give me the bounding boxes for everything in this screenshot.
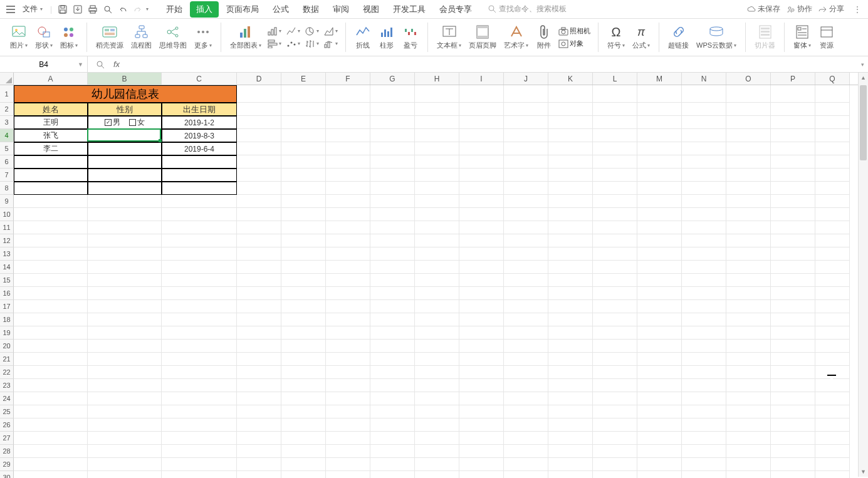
cell-F27[interactable]	[326, 432, 370, 445]
cell-E24[interactable]	[281, 392, 326, 405]
cell-H2[interactable]	[415, 103, 459, 116]
cell-I10[interactable]	[459, 208, 504, 221]
cell-G10[interactable]	[370, 208, 415, 221]
cell-G21[interactable]	[370, 353, 415, 366]
cell-O10[interactable]	[726, 208, 771, 221]
cell-N29[interactable]	[682, 458, 726, 471]
cell-P16[interactable]	[771, 287, 815, 300]
cell-L25[interactable]	[593, 405, 637, 418]
more-menu-icon[interactable]: ⋮	[850, 3, 864, 16]
cell-E11[interactable]	[281, 221, 326, 234]
col-header-A[interactable]: A	[14, 73, 88, 85]
cell-N6[interactable]	[682, 155, 726, 169]
col-header-K[interactable]: K	[548, 73, 593, 85]
row-header-9[interactable]: 9	[0, 195, 14, 208]
cell-N15[interactable]	[682, 274, 726, 287]
row-header-23[interactable]: 23	[0, 379, 14, 392]
cell-P13[interactable]	[771, 247, 815, 261]
save-icon[interactable]	[56, 3, 70, 16]
cell-Q6[interactable]	[815, 155, 850, 169]
cell-K29[interactable]	[548, 458, 593, 471]
cell-M30[interactable]	[637, 471, 682, 478]
cell-O18[interactable]	[726, 313, 771, 326]
cell-K15[interactable]	[548, 274, 593, 287]
cell-K16[interactable]	[548, 287, 593, 300]
redo-icon[interactable]	[131, 3, 145, 16]
cell-E14[interactable]	[281, 261, 326, 274]
tab-data[interactable]: 数据	[296, 1, 325, 18]
cell-B12[interactable]	[88, 234, 162, 247]
header-footer[interactable]: 页眉页脚	[465, 23, 500, 51]
cell-K26[interactable]	[548, 418, 593, 432]
cell-D12[interactable]	[237, 234, 281, 247]
cell-E21[interactable]	[281, 353, 326, 366]
cell-P7[interactable]	[771, 169, 815, 182]
cell-D11[interactable]	[237, 221, 281, 234]
cell-G24[interactable]	[370, 392, 415, 405]
cell-A11[interactable]	[14, 221, 88, 234]
cell-B30[interactable]	[88, 471, 162, 478]
object[interactable]: 对象	[556, 38, 593, 49]
name-box-dropdown[interactable]: ▼	[78, 61, 83, 68]
cell-O8[interactable]	[726, 182, 771, 195]
wps-cloud-data[interactable]: WPS云数据▾	[693, 23, 740, 51]
cell-E9[interactable]	[281, 195, 326, 208]
cell-E25[interactable]	[281, 405, 326, 418]
cell-K8[interactable]	[548, 182, 593, 195]
insert-icon[interactable]: 图标▾	[56, 23, 81, 51]
chart-line[interactable]: ▾	[284, 26, 303, 37]
cell-L26[interactable]	[593, 418, 637, 432]
row-header-26[interactable]: 26	[0, 418, 14, 432]
cell-F3[interactable]	[326, 116, 370, 129]
tab-review[interactable]: 审阅	[327, 1, 355, 18]
cell-D25[interactable]	[237, 405, 281, 418]
cell-C30[interactable]	[162, 471, 237, 478]
cell-Q2[interactable]	[815, 103, 850, 116]
row-header-25[interactable]: 25	[0, 405, 14, 418]
cell-J7[interactable]	[504, 169, 548, 182]
cell-J20[interactable]	[504, 340, 548, 353]
cell-M12[interactable]	[637, 234, 682, 247]
table-title[interactable]: 幼儿园信息表	[14, 85, 237, 103]
cell-G22[interactable]	[370, 366, 415, 379]
cell-B5[interactable]	[88, 142, 162, 155]
cell-J11[interactable]	[504, 221, 548, 234]
cell-O14[interactable]	[726, 261, 771, 274]
cell-C13[interactable]	[162, 247, 237, 261]
vertical-scrollbar[interactable]: ▲ ▼	[858, 73, 868, 477]
cell-J1[interactable]	[504, 85, 548, 103]
cell-P6[interactable]	[771, 155, 815, 169]
cell-F2[interactable]	[326, 103, 370, 116]
cell-I8[interactable]	[459, 182, 504, 195]
cell-Q25[interactable]	[815, 405, 850, 418]
cell-O13[interactable]	[726, 247, 771, 261]
cell-C22[interactable]	[162, 366, 237, 379]
cell-M20[interactable]	[637, 340, 682, 353]
cell-H1[interactable]	[415, 85, 459, 103]
cell-K1[interactable]	[548, 85, 593, 103]
cell-P11[interactable]	[771, 221, 815, 234]
cell-B26[interactable]	[88, 418, 162, 432]
cell-P8[interactable]	[771, 182, 815, 195]
cell-F17[interactable]	[326, 300, 370, 313]
cell-M14[interactable]	[637, 261, 682, 274]
cell-N28[interactable]	[682, 445, 726, 458]
cell-D29[interactable]	[237, 458, 281, 471]
cell-F4[interactable]	[326, 129, 370, 142]
cell-M11[interactable]	[637, 221, 682, 234]
chart-scatter[interactable]: ▾	[284, 38, 303, 49]
cells-area[interactable]: 幼儿园信息表姓名性别出生日期王明✓男女2019-1-2张飞2019-8-3李二2…	[14, 85, 850, 478]
cell-M26[interactable]	[637, 418, 682, 432]
col-header-I[interactable]: I	[459, 73, 504, 85]
cell-G27[interactable]	[370, 432, 415, 445]
cell-Q4[interactable]	[815, 129, 850, 142]
cell-M13[interactable]	[637, 247, 682, 261]
flowchart[interactable]: 流程图	[127, 23, 155, 51]
cell-E26[interactable]	[281, 418, 326, 432]
cell-L15[interactable]	[593, 274, 637, 287]
cell-Q3[interactable]	[815, 116, 850, 129]
cell-C4[interactable]: 2019-8-3	[162, 129, 237, 142]
cell-A14[interactable]	[14, 261, 88, 274]
cell-L13[interactable]	[593, 247, 637, 261]
col-header-N[interactable]: N	[682, 73, 726, 85]
